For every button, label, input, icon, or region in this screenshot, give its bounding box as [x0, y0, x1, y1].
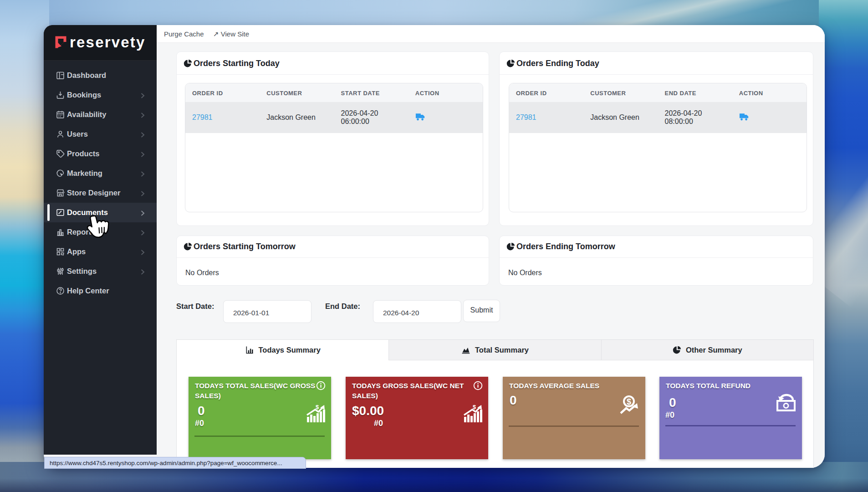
- svg-text:$: $: [316, 405, 319, 410]
- svg-text:$: $: [473, 405, 476, 410]
- svg-text:$: $: [627, 397, 631, 406]
